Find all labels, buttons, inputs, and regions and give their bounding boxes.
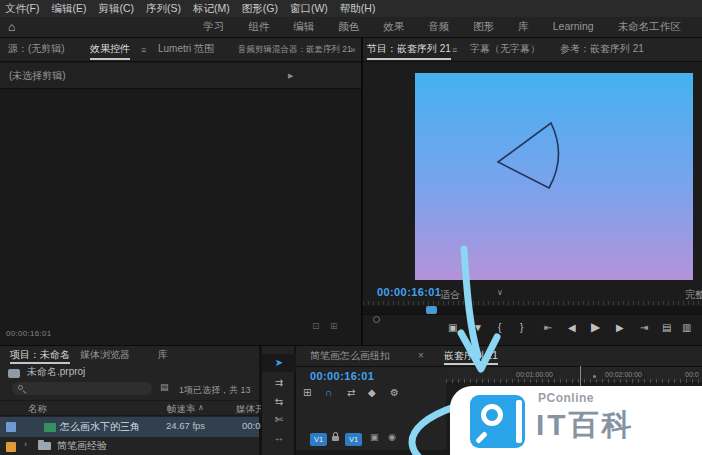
timeline-settings-icon[interactable]: ⚙: [390, 387, 399, 398]
column-name[interactable]: 名称: [28, 403, 47, 416]
lift-button[interactable]: ▤: [662, 322, 671, 333]
source-patch-v1-button[interactable]: V1: [310, 433, 327, 446]
close-icon[interactable]: ×: [418, 346, 424, 366]
snap-toggle-icon[interactable]: ∩: [325, 387, 332, 398]
magnifier-icon: [481, 404, 503, 426]
sync-lock-icon[interactable]: ▣: [370, 432, 379, 442]
tab-libraries[interactable]: 库: [158, 346, 168, 364]
timeline-timecode[interactable]: 00:00:16:01: [310, 370, 374, 382]
play-button[interactable]: ▶: [591, 320, 600, 334]
effect-controls-tabbar: 源：(无剪辑) 效果控件 ≡ Lumetri 范围 音频剪辑混合器：嵌套序列 2…: [0, 38, 361, 62]
tab-captions[interactable]: 字幕（无字幕）: [470, 38, 540, 60]
monitor-scrub-track[interactable]: [363, 306, 702, 315]
tab-reference-monitor[interactable]: 参考：嵌套序列 21: [560, 38, 644, 60]
chevron-down-icon[interactable]: ∨: [497, 288, 503, 297]
effect-controls-timecode[interactable]: 00:00:16:01: [6, 329, 52, 338]
menu-sequence[interactable]: 序列(S): [146, 2, 181, 16]
workspace-tab-audio[interactable]: 音频: [428, 20, 449, 34]
label-color-chip-blue[interactable]: [6, 422, 16, 432]
home-icon[interactable]: ⌂: [8, 20, 15, 34]
workspace-tab-learn[interactable]: 学习: [203, 20, 224, 34]
tab-overflow-icon[interactable]: »: [350, 44, 356, 55]
workspace-tab-unnamed[interactable]: 未命名工作区: [618, 20, 681, 34]
tab-source-monitor[interactable]: 源：(无剪辑): [8, 38, 65, 60]
menu-markers[interactable]: 标记(M): [193, 2, 230, 16]
sort-ascending-icon[interactable]: ∧: [198, 403, 204, 412]
panel-menu-icon[interactable]: ≡: [452, 45, 457, 55]
monitor-mini-ruler: [363, 301, 702, 305]
panel-menu-icon[interactable]: ≡: [141, 45, 146, 55]
program-timecode[interactable]: 00:00:16:01: [377, 286, 441, 298]
tab-sequence-active[interactable]: 嵌套序列 21: [444, 346, 498, 365]
premiere-window: 文件(F) 编辑(E) 剪辑(C) 序列(S) 标记(M) 图形(G) 窗口(W…: [0, 0, 702, 455]
track-lock-icon[interactable]: [332, 436, 339, 441]
step-forward-button[interactable]: ▶: [616, 322, 624, 333]
label-color-chip-orange[interactable]: [6, 442, 16, 452]
snapshot-button[interactable]: ▣: [448, 322, 457, 333]
tab-sequence-other[interactable]: 简笔画怎么画纽扣: [310, 346, 390, 366]
filter-icon[interactable]: ▤: [160, 382, 169, 392]
expander-arrow-icon[interactable]: ▶: [288, 63, 293, 89]
project-file-name[interactable]: 未命名.prproj: [27, 365, 85, 379]
mark-in-button[interactable]: {: [498, 322, 501, 333]
slip-tool[interactable]: ↔: [262, 432, 296, 443]
menu-edit[interactable]: 编辑(E): [51, 2, 86, 16]
nest-insert-icon[interactable]: ⊞: [303, 387, 311, 398]
razor-tool[interactable]: ✄: [262, 414, 296, 425]
tab-project[interactable]: 项目：未命名: [10, 346, 70, 364]
track-select-forward-tool[interactable]: ⇉: [262, 377, 296, 388]
tab-audio-clip-mixer[interactable]: 音频剪辑混合器：嵌套序列 21: [238, 38, 352, 60]
column-frame-rate[interactable]: 帧速率: [167, 403, 196, 416]
add-marker-button[interactable]: ▼: [473, 322, 483, 333]
program-monitor-tabbar: 节目：嵌套序列 21 ≡ 字幕（无字幕） 参考：嵌套序列 21: [363, 38, 702, 62]
menu-clip[interactable]: 剪辑(C): [98, 2, 134, 16]
selection-tool[interactable]: ➤: [262, 354, 296, 372]
mark-out-button[interactable]: }: [520, 322, 523, 333]
workspace-tab-libraries[interactable]: 库: [518, 20, 529, 34]
sequence-name[interactable]: 怎么画水下的三角: [60, 420, 140, 434]
workspace-tab-assembly[interactable]: 组件: [248, 20, 269, 34]
sequence-media-start: 00:0: [242, 420, 261, 431]
panel-menu-icon[interactable]: ≡: [64, 351, 69, 361]
watermark-page-shape: [516, 400, 522, 443]
linked-selection-icon[interactable]: ⇄: [347, 387, 355, 398]
workspace-tab-graphics[interactable]: 图形: [473, 20, 494, 34]
search-input[interactable]: [12, 387, 152, 400]
tab-lumetri-scopes[interactable]: Lumetri 范围: [158, 38, 214, 60]
search-box[interactable]: [12, 382, 152, 395]
panel-divider[interactable]: [361, 38, 363, 345]
bin-name[interactable]: 简笔画经验: [57, 439, 107, 453]
track-output-eye-icon[interactable]: ◉: [388, 432, 396, 442]
panel-divider[interactable]: [0, 345, 702, 346]
step-back-button[interactable]: ◀: [568, 322, 576, 333]
menu-window[interactable]: 窗口(W): [290, 2, 328, 16]
watermark-title: IT百科: [536, 405, 635, 446]
go-to-out-button[interactable]: ⇥: [640, 322, 648, 333]
column-headers: 名称 帧速率 ∧ 媒体开: [0, 400, 259, 416]
workspace-tab-effects[interactable]: 效果: [383, 20, 404, 34]
no-clip-selected-row: (未选择剪辑) ▶: [0, 63, 361, 89]
zoom-fit-dropdown[interactable]: 适合: [440, 288, 460, 302]
menu-help[interactable]: 帮助(H): [340, 2, 376, 16]
ripple-edit-tool[interactable]: ⇆: [262, 396, 296, 407]
go-to-in-button[interactable]: ⇤: [544, 322, 552, 333]
zoom-out-icon[interactable]: ⊡: [312, 321, 320, 331]
tab-effect-controls[interactable]: 效果控件: [90, 38, 130, 60]
zoom-in-icon[interactable]: ⊞: [330, 321, 338, 331]
menu-file[interactable]: 文件(F): [5, 2, 39, 16]
tab-program-monitor[interactable]: 节目：嵌套序列 21: [367, 38, 451, 60]
tab-media-browser[interactable]: 媒体浏览器: [80, 346, 130, 364]
timeline-tabbar: 简笔画怎么画纽扣 × 嵌套序列 21: [296, 346, 702, 367]
playback-resolution-dropdown[interactable]: 完整: [685, 288, 702, 302]
add-marker-icon[interactable]: ◆: [368, 387, 376, 398]
extract-button[interactable]: ▥: [682, 322, 691, 333]
monitor-playhead-handle[interactable]: [426, 306, 437, 314]
workspace-tab-learning[interactable]: Learning: [553, 20, 594, 34]
monitor-settings-icon[interactable]: [373, 316, 380, 323]
workspace-tab-editing[interactable]: 编辑: [293, 20, 314, 34]
track-v1-button[interactable]: V1: [345, 433, 362, 446]
timeline-ruler-ticks: [446, 379, 702, 383]
workspace-tab-color[interactable]: 颜色: [338, 20, 359, 34]
twirl-open-icon[interactable]: ›: [24, 439, 27, 449]
menu-graphics[interactable]: 图形(G): [242, 2, 278, 16]
